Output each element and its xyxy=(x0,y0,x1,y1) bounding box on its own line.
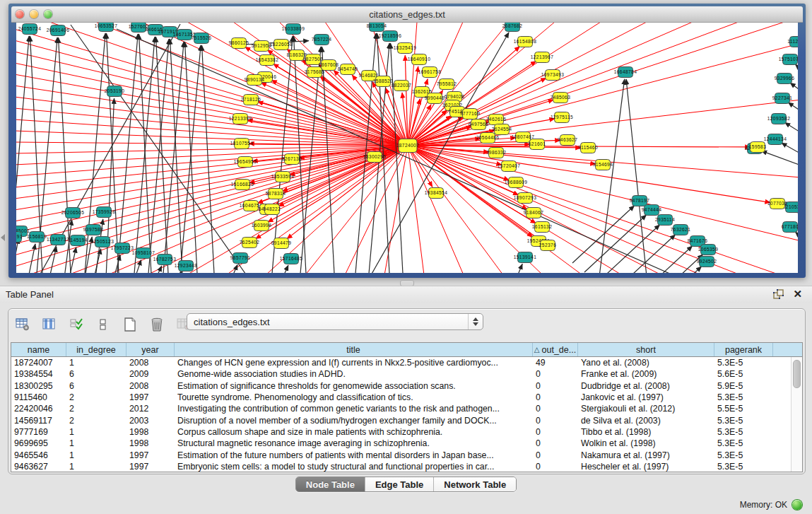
graph-node-label: 9397588 xyxy=(83,227,103,232)
column-header-out_de[interactable]: △out_de... xyxy=(533,343,578,356)
table-mode-icon[interactable] xyxy=(14,316,31,333)
table-cell: 2 xyxy=(66,416,126,426)
graph-edge xyxy=(408,146,503,273)
graph-node-label: 5912954 xyxy=(252,43,271,48)
table-cell: de Silva et al. (2003) xyxy=(578,416,714,426)
row-height-icon[interactable] xyxy=(95,316,112,333)
panel-collapse-arrow-icon[interactable] xyxy=(1,234,5,241)
close-panel-icon[interactable]: ✕ xyxy=(793,288,802,300)
table-row[interactable]: 1456911722003Disruption of a novel membe… xyxy=(11,414,802,426)
table-row[interactable]: 1872400712008Changes of HCN gene express… xyxy=(11,357,802,368)
graph-node-label: 18107554 xyxy=(230,141,254,146)
network-window-titlebar[interactable]: citations_edges.txt xyxy=(11,6,803,23)
table-row[interactable]: 1830029562008Estimation of significance … xyxy=(11,380,802,392)
network-window-title: citations_edges.txt xyxy=(369,9,445,20)
dropdown-stepper-icon xyxy=(468,314,483,329)
graph-node-label: 10958107 xyxy=(132,250,155,255)
graph-node-label: 8454749 xyxy=(338,66,358,71)
table-row[interactable]: 946554611997Estimation of the future num… xyxy=(11,449,802,460)
table-cell: 2003 xyxy=(126,416,175,426)
new-table-icon[interactable] xyxy=(122,316,139,333)
table-scrollbar[interactable] xyxy=(791,357,802,472)
table-cell: 5.6E-5 xyxy=(714,369,773,379)
scrollbar-thumb[interactable] xyxy=(793,360,801,388)
show-columns-icon[interactable] xyxy=(41,316,58,333)
table-panel-title: Table Panel xyxy=(6,289,54,300)
table-cell: 0 xyxy=(533,369,578,379)
table-cell: Estimation of the future numbers of pati… xyxy=(175,450,533,460)
graph-edge xyxy=(16,146,408,267)
table-cell: Wolkin et al. (1998) xyxy=(578,438,714,448)
graph-node-label: 10973493 xyxy=(541,72,565,77)
close-window-icon[interactable] xyxy=(16,10,24,18)
table-row[interactable]: 977716911998Corpus callosum shape and si… xyxy=(11,426,802,438)
graph-edge xyxy=(16,40,408,146)
select-columns-icon[interactable] xyxy=(68,316,85,333)
float-panel-icon[interactable] xyxy=(773,289,784,299)
graph-node-label: 16961758 xyxy=(418,69,442,74)
table-cell: 9777169 xyxy=(11,427,66,437)
network-canvas[interactable]: 2405572420691406106535271527602846616010… xyxy=(16,23,798,273)
graph-node-label: 6497568 xyxy=(469,122,488,127)
graph-node-label: 252376 xyxy=(539,243,556,247)
table-cell: Stergiakouli et al. (2012) xyxy=(578,404,714,414)
column-header-year[interactable]: year xyxy=(126,343,175,356)
graph-node-label: 9329966 xyxy=(775,76,794,81)
graph-node-label: 2935114 xyxy=(655,217,675,222)
node-table: namein_degreeyeartitle△out_de...shortpag… xyxy=(11,342,803,472)
graph-node-label: 18300295 xyxy=(363,154,387,159)
table-cell: 1 xyxy=(66,427,126,437)
memory-indicator-light[interactable] xyxy=(792,500,802,510)
graph-node-label: 9990448 xyxy=(425,95,445,100)
table-cell: Corpus callosum shape and size in male p… xyxy=(175,427,533,437)
graph-node-label: 9857791 xyxy=(230,255,250,260)
graph-node-label: 9777169 xyxy=(460,111,480,116)
graph-node-label: 7462616 xyxy=(486,117,506,122)
tab-edge-table[interactable]: Edge Table xyxy=(365,477,434,491)
tab-network-table[interactable]: Network Table xyxy=(434,477,516,491)
table-cell: 9699695 xyxy=(11,438,66,448)
column-header-title[interactable]: title xyxy=(175,343,533,356)
table-row[interactable]: 946362711997Embryonic stem cells: a mode… xyxy=(11,461,802,472)
graph-node-label: 2718126 xyxy=(241,97,261,102)
column-header-short[interactable]: short xyxy=(578,343,714,356)
minimize-window-icon[interactable] xyxy=(30,10,38,18)
table-cell: 6 xyxy=(66,381,126,391)
graph-edge xyxy=(408,146,741,273)
table-cell: 5.3E-5 xyxy=(714,416,773,426)
tab-node-table[interactable]: Node Table xyxy=(296,477,365,491)
graph-edge xyxy=(761,151,798,170)
graph-node-label: 10653527 xyxy=(95,23,118,28)
graph-node-label: 24055724 xyxy=(18,26,42,31)
graph-node-label: 2687682 xyxy=(502,23,522,28)
table-cell: 19384554 xyxy=(11,369,66,379)
table-cell: Estimation of significance thresholds fo… xyxy=(175,381,533,391)
graph-node-label: 948222 xyxy=(264,206,281,211)
table-select-dropdown[interactable]: citations_edges.txt xyxy=(187,313,483,330)
column-header-pagerank[interactable]: pagerank xyxy=(714,343,773,356)
table-cell: 2 xyxy=(66,392,126,402)
graph-edge xyxy=(177,271,182,273)
delete-table-icon[interactable] xyxy=(148,316,165,333)
table-row[interactable]: 911546021997Tourette syndrome. Phenomeno… xyxy=(11,392,802,403)
graph-node-label: 3175685 xyxy=(305,69,324,74)
table-row[interactable]: 2242004622012Investigating the contribut… xyxy=(11,403,802,414)
table-row[interactable]: 1938455462009Genome-wide association stu… xyxy=(11,368,802,380)
column-header-name[interactable]: name xyxy=(11,343,66,356)
table-well: f(x) citations_edges.txt namein_degreeye… xyxy=(8,308,806,474)
table-cell: 1998 xyxy=(126,438,175,448)
zoom-window-icon[interactable] xyxy=(44,10,52,18)
table-cell: 0 xyxy=(533,427,578,437)
table-panel-header: Table Panel ✕ xyxy=(0,286,812,303)
graph-node-label: 12444134 xyxy=(764,136,787,141)
table-cell: 2008 xyxy=(126,358,175,368)
table-cell: 2008 xyxy=(126,381,175,391)
graph-edge xyxy=(795,64,798,81)
graph-node-label: 12923448 xyxy=(175,263,198,268)
graph-node-label: 10688609 xyxy=(505,180,528,185)
table-row[interactable]: 969969511998Structural magnetic resonanc… xyxy=(11,438,802,449)
table-cell: 5.3E-5 xyxy=(714,358,773,368)
column-header-in_degree[interactable]: in_degree xyxy=(66,343,126,356)
graph-node-label: 1603994 xyxy=(252,223,271,228)
graph-node-label: 16782753 xyxy=(153,257,177,262)
